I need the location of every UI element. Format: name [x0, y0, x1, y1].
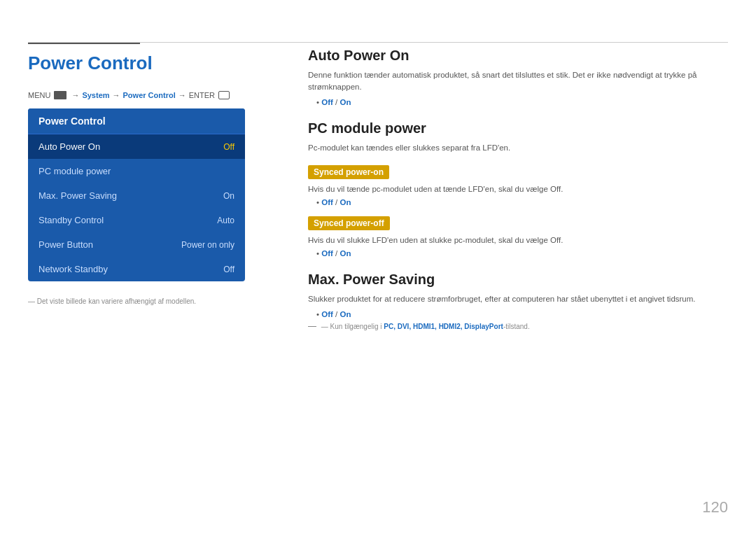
menu-item-max-power[interactable]: Max. Power Saving On — [28, 183, 245, 208]
enter-icon — [218, 91, 230, 99]
menu-item-value: Power on only — [181, 240, 234, 250]
menu-item-standby-control[interactable]: Standby Control Auto — [28, 208, 245, 232]
menu-item-label: Standby Control — [38, 215, 104, 225]
off-link: Off — [321, 310, 333, 318]
off-link: Off — [321, 98, 333, 106]
power-control-panel: Power Control Auto Power On Off PC modul… — [28, 108, 245, 281]
synced-power-on-desc: Hvis du vil tænde pc-modulet uden at tæn… — [308, 183, 728, 195]
menu-item-label: Network Standby — [38, 264, 108, 274]
right-content: Auto Power On Denne funktion tænder auto… — [308, 48, 728, 330]
max-power-saving-title: Max. Power Saving — [308, 272, 728, 288]
synced-power-on-bullet: Off / On — [316, 198, 728, 206]
max-power-saving-desc: Slukker produktet for at reducere strømf… — [308, 293, 728, 305]
pc-module-title: PC module power — [308, 120, 728, 136]
menu-icon — [54, 91, 66, 99]
synced-power-off-bullet: Off / On — [316, 249, 728, 258]
menu-item-label: Max. Power Saving — [38, 190, 117, 201]
menu-item-auto-power-on[interactable]: Auto Power On Off — [28, 134, 245, 159]
page-number: 120 — [702, 498, 728, 517]
on-link: On — [340, 310, 351, 318]
panel-note: — Det viste billede kan variere afhængig… — [28, 297, 196, 305]
panel-header: Power Control — [28, 108, 245, 134]
pc-module-desc: Pc-modulet kan tændes eller slukkes sepa… — [308, 142, 728, 154]
menu-item-label: PC module power — [38, 166, 111, 176]
menu-item-value: On — [223, 191, 234, 201]
page-title: Power Control — [28, 52, 153, 74]
menu-power-control: Power Control — [123, 91, 176, 99]
synced-power-off-desc: Hvis du vil slukke LFD'en uden at slukke… — [308, 234, 728, 246]
menu-path: MENU → System → Power Control → ENTER — [28, 91, 230, 99]
on-link: On — [340, 198, 351, 206]
menu-label: MENU — [28, 91, 50, 99]
off-link: Off — [321, 198, 333, 206]
note-highlight: PC, DVI, HDMI1, HDMI2, DisplayPort — [384, 323, 503, 330]
auto-power-on-bullet: Off / On — [316, 98, 728, 106]
max-power-saving-note: — Kun tilgængelig i PC, DVI, HDMI1, HDMI… — [308, 323, 728, 330]
menu-item-label: Auto Power On — [38, 141, 100, 152]
menu-item-pc-module[interactable]: PC module power — [28, 159, 245, 183]
menu-item-power-button[interactable]: Power Button Power on only — [28, 232, 245, 257]
note-divider — [308, 326, 316, 327]
synced-power-off-header: Synced power-off — [308, 216, 390, 230]
max-power-saving-bullet: Off / On — [316, 310, 728, 318]
auto-power-on-title: Auto Power On — [308, 48, 728, 64]
top-divider — [28, 42, 728, 43]
menu-enter: ENTER — [189, 91, 215, 99]
auto-power-on-desc: Denne funktion tænder automatisk produkt… — [308, 69, 728, 94]
on-link: On — [340, 249, 351, 258]
off-link: Off — [321, 249, 333, 258]
menu-item-value: Auto — [217, 216, 234, 225]
menu-item-label: Power Button — [38, 239, 93, 250]
menu-item-network-standby[interactable]: Network Standby Off — [28, 257, 245, 281]
menu-item-value: Off — [223, 265, 234, 274]
on-link: On — [340, 98, 351, 106]
menu-system: System — [82, 91, 109, 99]
synced-power-on-header: Synced power-on — [308, 165, 389, 179]
menu-item-value: Off — [223, 142, 234, 152]
